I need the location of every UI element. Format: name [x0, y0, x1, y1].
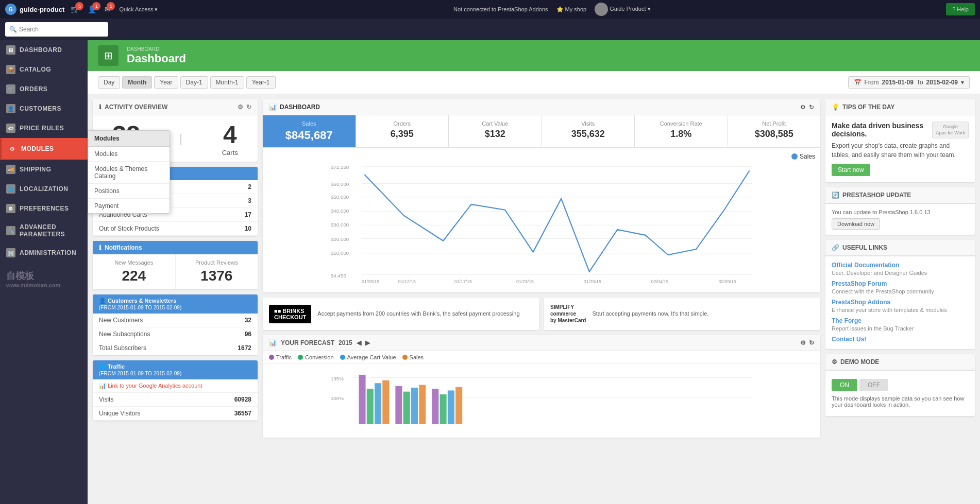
sidebar-item-label: CUSTOMERS — [20, 105, 61, 112]
traffic-card: 🌐 Traffic (FROM 2015-01-09 TO 2015-02-09… — [93, 360, 258, 421]
brand-name: guide-product — [20, 6, 64, 13]
period-buttons: Day Month Year Day-1 Month-1 Year-1 — [98, 76, 276, 89]
reviews-stat: Product Reviews 1376 — [176, 254, 258, 289]
update-header: 🔄 PRESTASHOP UPDATE — [825, 187, 975, 203]
forecast-gear-icon[interactable]: ⚙ — [800, 339, 806, 346]
dropdown-item-payment[interactable]: Payment — [88, 199, 170, 213]
kpi-cart-value[interactable]: Cart Value $132 — [449, 115, 542, 147]
sales-dot — [402, 355, 408, 360]
period-year-1[interactable]: Year-1 — [246, 76, 276, 89]
unique-visitors-row: Unique Visitors 36557 — [93, 407, 258, 421]
sidebar-item-localization[interactable]: 🌐 LOCALIZATION — [0, 179, 88, 199]
dropdown-header: Modules — [88, 131, 170, 147]
demo-off-button[interactable]: OFF — [859, 379, 888, 391]
chart-refresh-icon[interactable]: ↻ — [809, 103, 814, 111]
dropdown-item-positions[interactable]: Positions — [88, 184, 170, 199]
sidebar-item-orders[interactable]: 🛒 ORDERS — [0, 79, 88, 99]
dropdown-item-modules-themes[interactable]: Modules & Themes Catalog — [88, 162, 170, 184]
localization-icon: 🌐 — [6, 184, 15, 194]
period-day[interactable]: Day — [98, 76, 120, 89]
forge-link[interactable]: The Forge — [832, 317, 969, 324]
addons-link[interactable]: PrestaShop Addons — [832, 299, 969, 306]
official-docs-link[interactable]: Official Documentation — [832, 262, 969, 269]
sidebar-item-price-rules[interactable]: 🏷 PRICE RULES — [0, 118, 88, 138]
sidebar-item-dashboard[interactable]: ⊞ DASHBOARD — [0, 40, 88, 60]
refresh-icon[interactable]: ↻ — [246, 103, 251, 111]
svg-rect-32 — [403, 392, 410, 424]
prestashop-update-card: 🔄 PRESTASHOP UPDATE You can update to Pr… — [825, 187, 975, 235]
advanced-icon: 🔧 — [6, 226, 15, 235]
dropdown-item-modules[interactable]: Modules — [88, 147, 170, 162]
help-button[interactable]: ? Help — [946, 3, 975, 15]
activity-header-actions: ⚙ ↻ — [238, 103, 251, 111]
contact-link[interactable]: Contact Us! — [832, 336, 969, 343]
forum-link[interactable]: PrestaShop Forum — [832, 280, 969, 287]
date-range-from-label: From — [865, 79, 879, 86]
sidebar-item-advanced-parameters[interactable]: 🔧 ADVANCED PARAMETERS — [0, 218, 88, 243]
tips-icon: 💡 — [832, 103, 839, 111]
period-year[interactable]: Year — [154, 76, 178, 89]
price-rules-icon: 🏷 — [6, 124, 15, 133]
user-menu[interactable]: Guide Product ▾ — [595, 3, 650, 16]
forecast-refresh-icon[interactable]: ↻ — [809, 339, 814, 346]
dashboard-chart-header: 📊 DASHBOARD ⚙ ↻ — [263, 99, 820, 115]
sidebar-item-customers[interactable]: 👤 CUSTOMERS — [0, 99, 88, 118]
chart-icon: 📊 — [269, 103, 277, 111]
chart-gear-icon[interactable]: ⚙ — [800, 103, 806, 111]
svg-rect-33 — [411, 388, 418, 424]
svg-text:$40,000: $40,000 — [331, 208, 349, 214]
person-badge: 1 — [92, 2, 100, 10]
demo-header: ⚙ DEMO MODE — [825, 354, 975, 370]
mail-icon[interactable]: ✉5 — [105, 5, 111, 13]
search-input[interactable] — [19, 26, 104, 33]
kpi-net-profit[interactable]: Net Profit $308,585 — [728, 115, 821, 147]
kpi-sales[interactable]: Sales $845,687 — [263, 115, 356, 147]
kpi-visits[interactable]: Visits 355,632 — [542, 115, 635, 147]
dashboard-icon: ⊞ — [6, 45, 15, 55]
quick-access-button[interactable]: Quick Access ▾ — [119, 6, 158, 13]
start-now-button[interactable]: Start now — [832, 164, 870, 176]
visits-row: Visits 60928 — [93, 393, 258, 407]
customers-newsletters-header: 👤 Customers & Newsletters (FROM 2015-01-… — [93, 294, 258, 314]
shipping-icon: 🚚 — [6, 165, 15, 174]
links-icon: 🔗 — [832, 244, 839, 251]
info-icon: ℹ — [99, 103, 102, 111]
period-day-1[interactable]: Day-1 — [180, 76, 208, 89]
prev-year-icon[interactable]: ◀ — [357, 339, 361, 346]
demo-on-button[interactable]: ON — [832, 379, 857, 391]
simplify-logo: SIMPLIFY commerce by MasterCard — [550, 304, 586, 324]
svg-rect-36 — [440, 394, 447, 424]
legend-sales: Sales — [402, 354, 424, 360]
cart-icon[interactable]: 🛒5 — [71, 5, 79, 13]
useful-links-card: 🔗 USEFUL LINKS Official Documentation Us… — [825, 240, 975, 349]
period-month-1[interactable]: Month-1 — [210, 76, 244, 89]
sidebar-item-administration[interactable]: 🏢 ADMINISTRATION — [0, 243, 88, 263]
kpi-orders[interactable]: Orders 6,395 — [356, 115, 449, 147]
kpi-conversion-rate[interactable]: Conversion Rate 1.8% — [635, 115, 728, 147]
download-button[interactable]: Download now — [832, 218, 880, 230]
notifications-header: ℹ Notifications — [93, 241, 258, 254]
modules-icon: ⚙ — [8, 144, 17, 153]
brand-icon: G — [5, 4, 16, 15]
svg-text:$30,000: $30,000 — [331, 222, 349, 228]
gear-icon[interactable]: ⚙ — [238, 103, 243, 111]
period-month[interactable]: Month — [122, 76, 152, 89]
my-shop-link[interactable]: ⭐ My shop — [556, 6, 587, 13]
next-year-icon[interactable]: ▶ — [365, 339, 370, 346]
sidebar-item-modules[interactable]: ⚙ MODULES — [0, 138, 88, 160]
person-icon[interactable]: 👤1 — [88, 5, 96, 13]
notif-icon: ℹ — [99, 244, 102, 251]
analytics-link[interactable]: 📊 Link to your Google Analytics account — [93, 379, 258, 393]
avg-cart-dot — [340, 355, 345, 360]
sidebar-item-preferences[interactable]: ⚙ PREFERENCES — [0, 199, 88, 218]
traffic-header: 🌐 Traffic (FROM 2015-01-09 TO 2015-02-09… — [93, 360, 258, 379]
help-icon: ? — [952, 6, 955, 12]
sidebar-item-shipping[interactable]: 🚚 SHIPPING — [0, 160, 88, 179]
date-range-picker[interactable]: 📅 From 2015-01-09 To 2015-02-09 ▾ — [848, 76, 970, 89]
sidebar-item-catalog[interactable]: 📦 CATALOG — [0, 60, 88, 79]
svg-text:02/04/15: 02/04/15 — [651, 279, 669, 284]
top-nav-icons: 🛒5 👤1 ✉5 Quick Access ▾ — [71, 5, 158, 13]
search-bar[interactable]: 🔍 — [5, 22, 108, 37]
cart-badge: 5 — [75, 2, 83, 10]
sidebar-item-label: DASHBOARD — [20, 46, 62, 54]
